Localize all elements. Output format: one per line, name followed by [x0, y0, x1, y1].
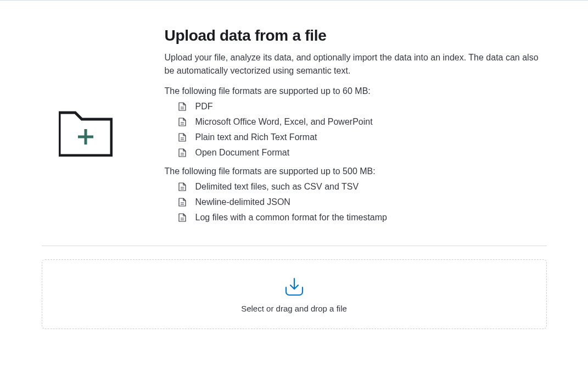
list-item: Plain text and Rich Text Format: [178, 132, 547, 142]
list-item-label: Microsoft Office Word, Excel, and PowerP…: [195, 117, 373, 127]
document-icon: [178, 118, 187, 126]
document-icon: [178, 133, 187, 142]
page-title: Upload data from a file: [165, 27, 547, 45]
small-formats-list: PDF Microsoft Office Word, Excel, and Po…: [165, 102, 547, 158]
list-item-label: Log files with a common format for the t…: [195, 213, 387, 223]
file-dropzone[interactable]: Select or drag and drop a file: [42, 259, 547, 329]
list-item: Delimited text files, such as CSV and TS…: [178, 182, 547, 192]
import-icon: [284, 277, 305, 296]
upload-illustration: [42, 23, 130, 157]
list-item: Open Document Format: [178, 148, 547, 158]
list-item-label: PDF: [195, 102, 213, 112]
divider: [42, 246, 547, 246]
large-formats-intro: The following file formats are supported…: [165, 166, 547, 176]
folder-plus-icon: [59, 110, 113, 157]
document-icon: [178, 213, 187, 222]
list-item-label: Plain text and Rich Text Format: [195, 132, 317, 142]
list-item-label: Newline-delimited JSON: [195, 197, 290, 207]
list-item: PDF: [178, 102, 547, 112]
list-item-label: Delimited text files, such as CSV and TS…: [195, 182, 359, 192]
document-icon: [178, 148, 187, 157]
document-icon: [178, 182, 187, 191]
page-description: Upload your file, analyze its data, and …: [165, 51, 547, 77]
document-icon: [178, 198, 187, 207]
large-formats-list: Delimited text files, such as CSV and TS…: [165, 182, 547, 223]
list-item: Log files with a common format for the t…: [178, 213, 547, 223]
document-icon: [178, 102, 187, 111]
dropzone-label: Select or drag and drop a file: [241, 304, 347, 313]
list-item: Newline-delimited JSON: [178, 197, 547, 207]
list-item: Microsoft Office Word, Excel, and PowerP…: [178, 117, 547, 127]
list-item-label: Open Document Format: [195, 148, 290, 158]
small-formats-intro: The following file formats are supported…: [165, 86, 547, 96]
